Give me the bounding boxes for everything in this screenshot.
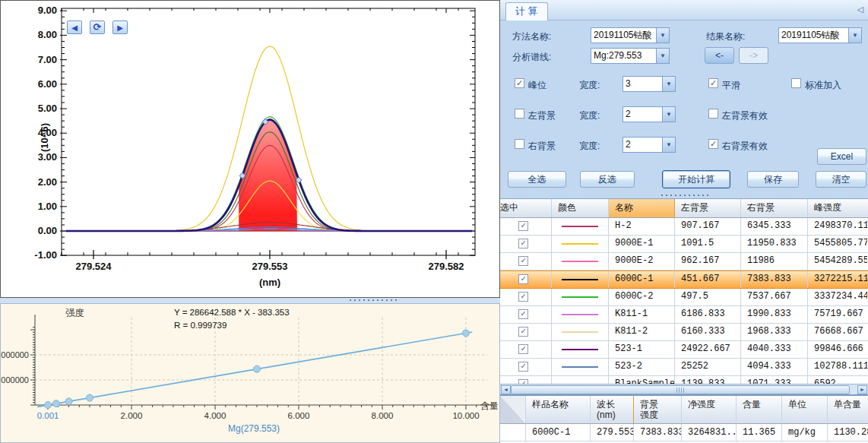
- row-checkbox[interactable]: ✓: [518, 327, 528, 337]
- result-name-select[interactable]: 20191105钴酸 ▼: [778, 27, 862, 43]
- row-checkbox[interactable]: ✓: [518, 221, 528, 231]
- row-rightbg-cell: 6345.333: [741, 218, 808, 235]
- table-row[interactable]: ✓523-124922.6674040.33399846.666: [500, 341, 868, 359]
- chevron-down-icon[interactable]: ▼: [662, 77, 675, 91]
- spectrum-prev-button[interactable]: ◀: [67, 21, 82, 34]
- col-content[interactable]: 含量: [737, 396, 782, 424]
- col-unit-content[interactable]: 单含量: [828, 396, 868, 424]
- svg-text:2.000: 2.000: [121, 411, 143, 420]
- right-background-valid-checkbox[interactable]: ✓: [708, 139, 718, 149]
- row-name-cell: 9000E-2: [609, 253, 675, 270]
- table-row[interactable]: ✓K811-26160.3331968.33376668.667: [500, 324, 868, 341]
- invert-selection-button[interactable]: 反选: [580, 171, 635, 188]
- svg-text:2.00: 2.00: [38, 176, 57, 188]
- chevron-down-icon[interactable]: ▼: [848, 28, 861, 43]
- row-checkbox[interactable]: ✓: [518, 256, 528, 266]
- calc-panel: 计 算 ◁ 方法名称: 20191105钴酸 ▼ 结果名称: 20191105钴…: [500, 0, 868, 443]
- sample-cell: 6000C-1: [526, 424, 591, 441]
- rightbg-width-value: 2: [623, 138, 662, 152]
- series-color-line: [562, 243, 598, 245]
- chevron-down-icon[interactable]: ▼: [656, 49, 669, 63]
- col-net-intensity[interactable]: 净强度: [682, 396, 737, 424]
- row-checkbox[interactable]: ✓: [518, 292, 528, 302]
- col-color[interactable]: 颜色: [552, 199, 609, 217]
- table-row[interactable]: ✓6000C-1451.6677383.8333272215.111: [500, 271, 868, 289]
- scrollbar-thumb[interactable]: [511, 385, 850, 394]
- row-peak-cell: 2498370.111: [808, 218, 867, 235]
- spectrum-next-button[interactable]: ▶: [112, 21, 128, 34]
- table-corner-cell[interactable]: [500, 396, 526, 424]
- save-button[interactable]: 保存: [747, 171, 799, 188]
- spectrum-chart[interactable]: -1.000.001.002.003.004.005.006.007.008.0…: [1, 1, 499, 298]
- col-wavelength[interactable]: 波长 (nm): [591, 396, 634, 424]
- table-row[interactable]: ✓H-2907.1676345.3332498370.111: [500, 218, 868, 236]
- row-checkbox[interactable]: ✓: [518, 344, 528, 354]
- right-background-checkbox[interactable]: [515, 139, 524, 149]
- leftbg-width-select[interactable]: 2 ▼: [622, 106, 676, 122]
- col-name[interactable]: 名称: [609, 199, 675, 217]
- start-calculation-button[interactable]: 开始计算: [662, 170, 730, 188]
- sample-table-row[interactable]: 6000C-1279.5537383.8333264831...11.365mg…: [500, 424, 868, 441]
- analysis-line-select[interactable]: Mg:279.553 ▼: [591, 48, 670, 64]
- row-color-cell: [552, 218, 609, 235]
- table-hscrollbar[interactable]: ◄ ►: [500, 384, 868, 394]
- col-bg-intensity[interactable]: 背景 强度: [634, 396, 682, 424]
- table-row[interactable]: ✓6000C-2497.57537.6673337234.444: [500, 289, 868, 306]
- col-unit[interactable]: 单位: [782, 396, 828, 424]
- chevron-down-icon[interactable]: ▼: [656, 28, 669, 43]
- results-table-header: 选中 颜色 名称 左背景 右背景 峰强度: [500, 199, 868, 218]
- scroll-right-icon[interactable]: ►: [857, 385, 867, 394]
- prev-result-button[interactable]: <-: [705, 47, 734, 64]
- row-rightbg-cell: 1990.833: [741, 306, 808, 323]
- table-row[interactable]: ✓523-2252524094.333102788.111: [500, 359, 868, 376]
- method-name-label: 方法名称:: [512, 30, 551, 43]
- table-splitter[interactable]: [500, 191, 868, 198]
- scroll-left-icon[interactable]: ◄: [501, 385, 511, 394]
- calibration-chart[interactable]: 0000000000000.0012.0004.0006.0008.00010.…: [1, 304, 499, 443]
- svg-text:279.582: 279.582: [429, 261, 464, 272]
- spectrum-refresh-icon[interactable]: ⟳: [90, 21, 105, 34]
- left-background-valid-checkbox[interactable]: [708, 109, 718, 119]
- peak-position-checkbox[interactable]: ✓: [515, 78, 524, 88]
- rightbg-width-select[interactable]: 2 ▼: [622, 137, 676, 153]
- col-right-bg[interactable]: 右背景: [741, 199, 808, 217]
- leftbg-width-label: 宽度:: [579, 109, 600, 122]
- smooth-checkbox[interactable]: ✓: [708, 78, 718, 88]
- collapse-panel-icon[interactable]: ◁: [857, 5, 863, 14]
- analysis-line-value: Mg:279.553: [591, 49, 656, 63]
- peak-width-select[interactable]: 3 ▼: [622, 76, 676, 92]
- left-background-checkbox[interactable]: [515, 109, 524, 119]
- col-selected[interactable]: 选中: [500, 199, 552, 217]
- right-background-label: 右背景: [528, 140, 556, 153]
- col-left-bg[interactable]: 左背景: [675, 199, 741, 217]
- svg-text:279.553: 279.553: [252, 261, 288, 272]
- row-peak-cell: 75719.667: [808, 306, 867, 323]
- table-row[interactable]: ✓9000E-2962.167119865454289.556: [500, 253, 868, 271]
- clear-button[interactable]: 清空: [816, 171, 866, 188]
- tab-calculate[interactable]: 计 算: [505, 2, 548, 21]
- row-color-cell: [552, 324, 609, 340]
- row-checkbox[interactable]: ✓: [518, 239, 528, 248]
- next-result-button[interactable]: ->: [739, 47, 768, 64]
- chart-splitter[interactable]: [0, 298, 500, 303]
- row-checkbox[interactable]: ✓: [518, 274, 528, 284]
- row-name-cell: H-2: [609, 218, 675, 235]
- svg-text:含量(: 含量(: [480, 400, 498, 411]
- standard-addition-checkbox[interactable]: [791, 78, 801, 88]
- table-row[interactable]: ✓9000E-11091.511950.8335455805.778: [500, 236, 868, 253]
- col-sample-name[interactable]: 样品名称: [526, 396, 591, 424]
- table-row[interactable]: ✓K811-16186.8331990.83375719.667: [500, 306, 868, 324]
- row-leftbg-cell: 6186.833: [675, 306, 741, 323]
- method-name-select[interactable]: 20191105钴酸 ▼: [591, 27, 670, 43]
- svg-text:10.000: 10.000: [452, 411, 479, 420]
- row-checkbox[interactable]: ✓: [518, 309, 528, 319]
- chevron-down-icon[interactable]: ▼: [662, 107, 675, 122]
- svg-text:0.00: 0.00: [38, 225, 57, 236]
- select-all-button[interactable]: 全选: [508, 171, 566, 188]
- chevron-down-icon[interactable]: ▼: [662, 138, 675, 152]
- row-checkbox[interactable]: ✓: [518, 362, 528, 372]
- svg-text:6.00: 6.00: [38, 78, 57, 90]
- leftbg-width-value: 2: [623, 107, 662, 122]
- excel-button[interactable]: Excel: [817, 148, 866, 165]
- col-peak[interactable]: 峰强度: [808, 199, 867, 217]
